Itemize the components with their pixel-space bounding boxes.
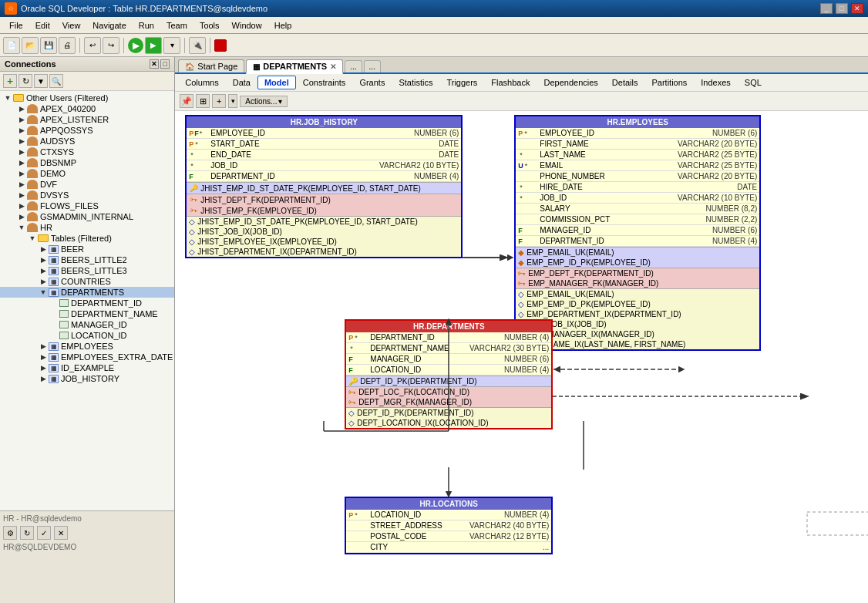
subtab-flashback[interactable]: Flashback — [484, 76, 537, 89]
tree-item-dvf[interactable]: ▶ DVF — [0, 179, 174, 190]
tree-item-flows-files[interactable]: ▶ FLOWS_FILES — [0, 200, 174, 211]
menu-view[interactable]: View — [56, 19, 87, 32]
tree-item-ctxsys[interactable]: ▶ CTXSYS — [0, 147, 174, 157]
menu-team[interactable]: Team — [160, 19, 193, 32]
table-row[interactable]: F MANAGER_ID NUMBER (6) — [346, 354, 551, 365]
zoom-button[interactable]: + — [212, 94, 226, 108]
tree-item-dbsnmp[interactable]: ▶ DBSNMP — [0, 157, 174, 168]
menu-tools[interactable]: Tools — [193, 19, 226, 32]
subtab-triggers[interactable]: Triggers — [439, 76, 484, 89]
tree-item-departments[interactable]: ▼ ▦ DEPARTMENTS — [0, 287, 174, 298]
constraint-row[interactable]: ◆ EMP_EMP_ID_PK(EMPLOYEE_ID) — [516, 258, 759, 268]
subtab-dependencies[interactable]: Dependencies — [537, 76, 604, 89]
constraint-row[interactable]: 🔑 DEPT_ID_PK(DEPARTMENT_ID) — [346, 376, 551, 386]
index-row[interactable]: ◇ DEPT_ID_PK(DEPARTMENT_ID) — [346, 408, 551, 418]
tree-item-beers-little3[interactable]: ▶ ▦ BEERS_LITTLE3 — [0, 265, 174, 276]
tree-item-tables-folder[interactable]: ▼ Tables (Filtered) — [0, 233, 174, 244]
btn3[interactable]: ✓ — [37, 526, 51, 540]
table-row[interactable]: FIRST_NAME VARCHAR2 (20 BYTE) — [516, 139, 759, 150]
table-row[interactable]: P * DEPARTMENT_ID NUMBER (4) — [346, 332, 551, 343]
undo-button[interactable]: ↩ — [84, 37, 101, 54]
dropdown-button[interactable]: ▾ — [163, 37, 180, 54]
tree-item-countries[interactable]: ▶ ▦ COUNTRIES — [0, 276, 174, 287]
constraint-row[interactable]: 🗝 EMP_DEPT_FK(DEPARTMENT_ID) — [516, 268, 759, 278]
subtab-constraints[interactable]: Constraints — [296, 76, 353, 89]
tree-item-employees[interactable]: ▶ ▦ EMPLOYEES — [0, 341, 174, 352]
add-connection-button[interactable]: + — [3, 74, 17, 88]
redo-button[interactable]: ↪ — [103, 37, 119, 54]
tree-item-manager-id[interactable]: MANAGER_ID — [0, 319, 174, 330]
subtab-statistics[interactable]: Statistics — [392, 76, 439, 89]
subtab-data[interactable]: Data — [226, 76, 257, 89]
menu-navigate[interactable]: Navigate — [86, 19, 132, 32]
menu-file[interactable]: File — [3, 19, 29, 32]
table-row[interactable]: * HIRE_DATE DATE — [516, 182, 759, 193]
tree-item-apex-listener[interactable]: ▶ APEX_LISTENER — [0, 114, 174, 125]
btn1[interactable]: ⚙ — [3, 526, 17, 540]
btn2[interactable]: ↻ — [20, 526, 34, 540]
tree-item-audsys[interactable]: ▶ AUDSYS — [0, 136, 174, 147]
new-file-button[interactable]: 📄 — [3, 37, 20, 54]
table-row[interactable]: P * START_DATE DATE — [187, 139, 461, 150]
tree-item-id-example[interactable]: ▶ ▦ ID_EXAMPLE — [0, 362, 174, 373]
table-row[interactable]: POSTAL_CODE VARCHAR2 (12 BYTE) — [346, 531, 551, 542]
index-row[interactable]: ◇ DEPT_LOCATION_IX(LOCATION_ID) — [346, 418, 551, 428]
index-row[interactable]: ◇ JHIST_EMP_ID_ST_DATE_PK(EMPLOYEE_ID, S… — [187, 217, 461, 227]
menu-help[interactable]: Help — [268, 19, 298, 32]
index-row[interactable]: ◇ EMP_EMP_ID_PK(EMPLOYEE_ID) — [516, 299, 759, 309]
print-button[interactable]: 🖨 — [59, 37, 76, 54]
tree-item-hr[interactable]: ▼ HR — [0, 222, 174, 233]
constraint-row[interactable]: 🗝 EMP_MANAGER_FK(MANAGER_ID) — [516, 278, 759, 288]
run-button[interactable]: ▶ — [128, 38, 143, 53]
tree-item-beers-little2[interactable]: ▶ ▦ BEERS_LITTLE2 — [0, 254, 174, 265]
close-button[interactable]: ✕ — [851, 3, 863, 14]
constraint-row[interactable]: 🗝 JHIST_DEPT_FK(DEPARTMENT_ID) — [187, 194, 461, 205]
table-row[interactable]: U * EMAIL VARCHAR2 (25 BYTE) — [516, 160, 759, 171]
table-row[interactable]: F DEPARTMENT_ID NUMBER (4) — [516, 236, 759, 247]
tree-item-location-id[interactable]: LOCATION_ID — [0, 330, 174, 341]
subtab-model[interactable]: Model — [257, 76, 296, 89]
table-row[interactable]: F LOCATION_ID NUMBER (4) — [346, 365, 551, 376]
refresh-button[interactable]: ↻ — [19, 74, 32, 88]
constraint-row[interactable]: ◆ EMP_EMAIL_UK(EMAIL) — [516, 248, 759, 258]
tab-departments[interactable]: ▦ DEPARTMENTS ✕ — [246, 59, 343, 74]
table-row[interactable]: P * EMPLOYEE_ID NUMBER (6) — [516, 128, 759, 139]
table-row[interactable]: PF* EMPLOYEE_ID NUMBER (6) — [187, 128, 461, 139]
table-row[interactable]: F MANAGER_ID NUMBER (6) — [516, 225, 759, 236]
schema-browser-button[interactable]: 🔍 — [49, 74, 63, 88]
constraint-row[interactable]: 🗝 DEPT_LOC_FK(LOCATION_ID) — [346, 387, 551, 397]
subtab-columns[interactable]: Columns — [178, 76, 225, 89]
table-row[interactable]: * JOB_ID VARCHAR2 (10 BYTE) — [187, 160, 461, 171]
table-row[interactable]: * DEPARTMENT_NAME VARCHAR2 (30 BYTE) — [346, 343, 551, 354]
subtab-details[interactable]: Details — [605, 76, 645, 89]
tree-item-apex040200[interactable]: ▶ APEX_040200 — [0, 103, 174, 114]
tree-item-job-history[interactable]: ▶ ▦ JOB_HISTORY — [0, 373, 174, 384]
index-row[interactable]: ◇ EMP_EMAIL_UK(EMAIL) — [516, 289, 759, 299]
constraint-row[interactable]: 🗝 DEPT_MGR_FK(MANAGER_ID) — [346, 397, 551, 407]
pin-button[interactable]: 📌 — [180, 94, 193, 108]
model-diagram[interactable]: HR.JOB_HISTORY PF* EMPLOYEE_ID NUMBER (6… — [175, 111, 868, 603]
table-row[interactable]: PHONE_NUMBER VARCHAR2 (20 BYTE) — [516, 171, 759, 182]
fit-button[interactable]: ⊞ — [196, 94, 210, 108]
tree-item-beer[interactable]: ▶ ▦ BEER — [0, 244, 174, 254]
tab-extra1[interactable]: ... — [345, 60, 362, 72]
run2-button[interactable]: ▶ — [145, 37, 162, 54]
index-row[interactable]: ◇ JHIST_EMPLOYEE_IX(EMPLOYEE_ID) — [187, 237, 461, 247]
table-row[interactable]: COMMISSION_PCT NUMBER (2,2) — [516, 214, 759, 225]
table-row[interactable]: * JOB_ID VARCHAR2 (10 BYTE) — [516, 193, 759, 204]
tree-item-dvsys[interactable]: ▶ DVSYS — [0, 190, 174, 200]
restore-panel-button[interactable]: □ — [160, 59, 170, 69]
table-row[interactable]: SALARY NUMBER (8,2) — [516, 204, 759, 214]
maximize-button[interactable]: □ — [836, 3, 848, 14]
subtab-partitions[interactable]: Partitions — [644, 76, 694, 89]
db-connect-button[interactable]: 🔌 — [189, 37, 206, 54]
subtab-indexes[interactable]: Indexes — [694, 76, 738, 89]
table-row[interactable]: F DEPARTMENT_ID NUMBER (4) — [187, 171, 461, 182]
index-row[interactable]: ◇ JHIST_DEPARTMENT_IX(DEPARTMENT_ID) — [187, 247, 461, 257]
table-row[interactable]: * LAST_NAME VARCHAR2 (25 BYTE) — [516, 150, 759, 160]
open-button[interactable]: 📂 — [22, 37, 39, 54]
tree-item-department-name[interactable]: DEPARTMENT_NAME — [0, 308, 174, 319]
tree-item-department-id[interactable]: DEPARTMENT_ID — [0, 298, 174, 308]
minimize-button[interactable]: _ — [820, 3, 833, 14]
index-row[interactable]: ◇ EMP_DEPARTMENT_IX(DEPARTMENT_ID) — [516, 309, 759, 319]
